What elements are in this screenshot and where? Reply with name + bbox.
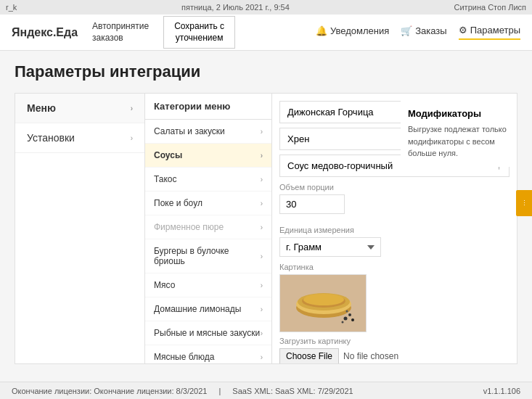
device-button[interactable]: ⋮ [516, 190, 517, 216]
category-meat-dishes-label: Мясные блюда [154, 352, 215, 362]
category-panel-header: Категории меню [145, 94, 271, 120]
footer-saas-label: SaaS XML: [232, 387, 275, 395]
category-meat-label: Мясо [154, 280, 175, 290]
notifications-label: Уведомления [330, 25, 389, 36]
file-input-row: Choose File No file chosen [279, 348, 510, 364]
footer-license: Окончание лицензии: Окончание лицензии: … [12, 387, 207, 395]
category-lemonades-label: Домашние лимонады [154, 304, 241, 314]
dropdown-dijon-label: Дижонская Горчица [287, 107, 374, 118]
system-logo: r_k [6, 3, 17, 12]
category-lemonades[interactable]: Домашние лимонады › [145, 297, 271, 321]
svg-point-7 [348, 313, 351, 316]
dropdown-honey-mustard-label: Соус медово-горчичный [287, 160, 393, 171]
svg-point-5 [303, 294, 344, 305]
svg-point-6 [344, 317, 348, 321]
svg-point-8 [346, 310, 348, 313]
chevron-right-icon: › [131, 134, 133, 142]
portion-input[interactable] [279, 194, 345, 214]
no-file-label: No file chosen [343, 351, 398, 361]
unit-select-row: г. Грамм мл. Миллилитр шт. Штука [279, 237, 510, 257]
chevron-right-icon: › [261, 252, 263, 260]
category-fish-meat-snacks[interactable]: Рыбные и мясные закуски › [145, 321, 271, 345]
system-datetime: пятница, 2 Июль 2021 г., 9:54 [181, 3, 290, 12]
chevron-right-icon: › [261, 329, 263, 337]
category-poke[interactable]: Поке и боул › [145, 192, 271, 215]
category-panel: Категории меню Салаты и закуски › Соусы … [145, 93, 272, 364]
category-fish-meat-snacks-label: Рыбные и мясные закуски [154, 328, 260, 338]
page-content: Параметры интеграции Меню › Установки › … [0, 51, 532, 382]
category-sauces[interactable]: Соусы › [145, 144, 271, 168]
footer-separator: | [218, 387, 221, 395]
chevron-right-icon: › [261, 223, 263, 231]
notifications-nav-item[interactable]: 🔔 Уведомления [316, 25, 389, 39]
svg-point-9 [342, 321, 344, 324]
orders-label: Заказы [415, 25, 446, 36]
orders-nav-item[interactable]: 🛒 Заказы [401, 25, 446, 39]
chevron-right-icon: › [261, 152, 263, 160]
product-image [279, 274, 367, 332]
chevron-right-icon: › [261, 176, 263, 184]
category-burgers-label: Бургеры в булочке бриошь [154, 246, 261, 266]
nav-bar: Яндекс.Еда Автопринятие заказов Сохранит… [0, 15, 532, 51]
category-tacos[interactable]: Такос › [145, 168, 271, 192]
modifiers-panel: Модификаторы Выгрузке подлежат только мо… [401, 101, 517, 167]
sidebar: Меню › Установки › [15, 93, 145, 364]
footer-bar: Окончание лицензии: Окончание лицензии: … [0, 382, 532, 399]
params-nav-item[interactable]: ⚙ Параметры [459, 25, 520, 40]
main-layout: Меню › Установки › Категории меню Салаты… [15, 93, 517, 364]
sidebar-item-menu[interactable]: Меню › [15, 94, 144, 123]
sidebar-menu-label: Меню [27, 102, 56, 114]
category-poke-label: Поке и боул [154, 198, 202, 208]
category-meat-dishes[interactable]: Мясные блюда › [145, 345, 271, 364]
category-salads[interactable]: Салаты и закуски › [145, 120, 271, 144]
category-mashed[interactable]: Фирменное пюре › [145, 215, 271, 239]
category-salads-label: Салаты и закуски [154, 126, 225, 136]
footer-license-date: Окончание лицензии: 8/3/2021 [94, 387, 207, 395]
detail-panel: Модификаторы Выгрузке подлежат только мо… [272, 93, 517, 364]
footer-saas-date: SaaS XML: 7/29/2021 [275, 387, 353, 395]
category-sauces-label: Соусы [154, 150, 182, 160]
category-tacos-label: Такос [154, 174, 177, 184]
sidebar-settings-label: Установки [27, 132, 75, 144]
chevron-right-icon: › [261, 353, 263, 361]
cart-icon: 🛒 [401, 25, 412, 36]
modifiers-title: Модификаторы [408, 108, 510, 119]
modifiers-description: Выгрузке подлежат только модификаторы с … [408, 123, 510, 160]
category-burgers[interactable]: Бургеры в булочке бриошь › [145, 239, 271, 273]
save-with-confirmation-button[interactable]: Сохранить с уточнением [163, 16, 235, 49]
chevron-right-icon: › [261, 305, 263, 313]
portion-section-label: Объем порции [279, 183, 510, 192]
chevron-right-icon: › [261, 200, 263, 207]
system-bar: r_k пятница, 2 Июль 2021 г., 9:54 Ситрин… [0, 0, 532, 15]
chevron-right-icon: › [131, 104, 133, 112]
unit-select[interactable]: г. Грамм мл. Миллилитр шт. Штука [279, 237, 381, 257]
category-meat[interactable]: Мясо › [145, 273, 271, 297]
dropdown-khren-label: Хрен [287, 133, 309, 144]
footer-version: v1.1.1.106 [483, 387, 520, 395]
sidebar-item-settings[interactable]: Установки › [15, 123, 144, 153]
nav-right-items: 🔔 Уведомления 🛒 Заказы ⚙ Параметры [316, 25, 520, 40]
chevron-right-icon: › [261, 281, 263, 289]
sauce-image-svg [280, 275, 367, 332]
category-mashed-label: Фирменное пюре [154, 222, 224, 232]
chevron-right-icon: › [261, 128, 263, 136]
footer-license-label: Окончание лицензии: [12, 387, 94, 395]
unit-section-label: Единица измерения [279, 226, 510, 234]
nav-auto-accept: Автопринятие заказов [92, 21, 149, 44]
upload-label: Загрузить картинку [279, 337, 510, 345]
nav-logo: Яндекс.Еда [12, 26, 78, 39]
params-label: Параметры [470, 25, 520, 36]
system-right-info: Ситрина Стоп Лисп [454, 3, 526, 12]
gear-icon: ⚙ [459, 25, 467, 36]
footer-saas: SaaS XML: SaaS XML: 7/29/2021 [232, 387, 353, 395]
page-title: Параметры интеграции [15, 62, 517, 81]
bell-icon: 🔔 [316, 25, 327, 36]
svg-point-10 [351, 318, 354, 321]
image-section-label: Картинка [279, 263, 510, 271]
choose-file-button[interactable]: Choose File [279, 348, 339, 364]
